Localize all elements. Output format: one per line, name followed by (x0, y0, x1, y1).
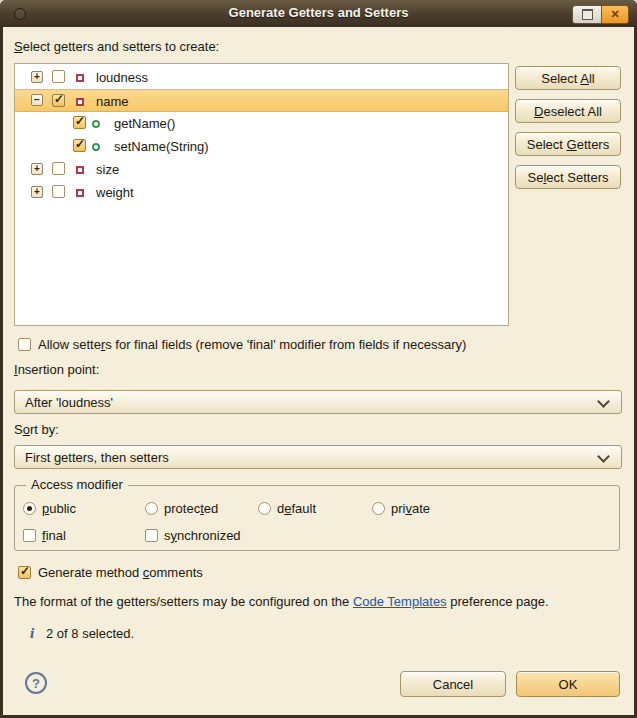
tree-row-size[interactable]: + size (15, 158, 508, 181)
info-icon: i (30, 625, 34, 642)
label-text: ect Setters (546, 170, 608, 185)
insertion-point-label: Insertion point: (14, 362, 99, 377)
checkbox-checked[interactable]: ✓ (52, 94, 65, 107)
button-label: Deselect All (534, 104, 602, 119)
synchronized-label: synchronized (164, 528, 241, 543)
sort-by-label: Sort by: (14, 422, 59, 437)
button-label: Cancel (433, 677, 473, 692)
button-label: Select All (541, 71, 594, 86)
synchronized-checkbox[interactable] (145, 529, 158, 542)
note-text: The format of the getters/setters may be… (14, 594, 353, 609)
label-text: ate (412, 501, 430, 516)
mnemonic: S (14, 39, 23, 54)
sort-by-combo[interactable]: First getters, then setters (14, 445, 622, 469)
tree-item-label: weight (96, 185, 134, 200)
method-icon (92, 120, 100, 128)
label-text: nchronized (177, 528, 241, 543)
select-all-button[interactable]: Select All (515, 66, 621, 90)
maximize-icon (582, 9, 593, 20)
combo-value: First getters, then setters (25, 450, 169, 465)
field-icon (76, 74, 84, 82)
tree-item-label: getName() (114, 116, 175, 131)
close-icon: ✕ (610, 8, 619, 21)
tree-row-name[interactable]: − ✓ name (15, 89, 508, 112)
cancel-button[interactable]: Cancel (400, 671, 506, 697)
chevron-down-icon (597, 395, 610, 408)
radio-public[interactable] (23, 502, 36, 515)
expand-icon[interactable]: + (31, 163, 43, 175)
tree-row-weight[interactable]: + weight (15, 181, 508, 204)
label-text: protec (164, 501, 200, 516)
radio-protected[interactable] (145, 502, 158, 515)
label-text: Generate method (38, 565, 143, 580)
access-modifier-group (14, 485, 620, 551)
mnemonic: o (23, 422, 30, 437)
private-label: private (391, 501, 430, 516)
check-icon: ✓ (75, 137, 85, 151)
deselect-all-button[interactable]: Deselect All (515, 99, 621, 123)
label-text: nsertion point: (18, 362, 100, 377)
tree-item-label: size (96, 162, 119, 177)
label-text: Se (528, 170, 544, 185)
label-text: Allow sette (38, 337, 101, 352)
insertion-point-combo[interactable]: After 'loudness' (14, 390, 622, 414)
tree-row-setname[interactable]: ✓ setName(String) (15, 135, 508, 158)
final-label: final (42, 528, 66, 543)
checkbox-checked[interactable]: ✓ (73, 139, 86, 152)
button-label: OK (559, 677, 578, 692)
label-text: Select (541, 71, 580, 86)
field-icon (76, 166, 84, 174)
checkbox[interactable] (52, 162, 65, 175)
select-setters-button[interactable]: Select Setters (515, 165, 621, 189)
label-text: etters (577, 137, 610, 152)
label-text: ublic (49, 501, 76, 516)
help-icon: ? (32, 676, 40, 691)
label-text: s for final fields (remove 'final' modif… (105, 337, 466, 352)
radio-default[interactable] (258, 502, 271, 515)
check-icon: ✓ (54, 92, 64, 106)
mnemonic: A (580, 71, 589, 86)
mnemonic: D (534, 104, 543, 119)
tree-item-label: setName(String) (114, 139, 209, 154)
expand-icon[interactable]: + (31, 186, 43, 198)
label-text: rt by: (30, 422, 59, 437)
select-tree-label: Select getters and setters to create: (14, 39, 219, 54)
button-label: Select Setters (528, 170, 609, 185)
label-text: ll (589, 71, 595, 86)
label-text: elect getters and setters to create: (23, 39, 220, 54)
default-label: default (277, 501, 316, 516)
close-button[interactable]: ✕ (601, 5, 629, 24)
code-templates-link[interactable]: Code Templates (353, 594, 447, 609)
radio-private[interactable] (372, 502, 385, 515)
label-text: inal (46, 528, 66, 543)
checkbox-checked[interactable]: ✓ (73, 116, 86, 129)
ok-button[interactable]: OK (516, 671, 620, 697)
maximize-button[interactable] (572, 5, 601, 24)
allow-setters-checkbox[interactable] (18, 338, 31, 351)
titlebar: Generate Getters and Setters ✕ (0, 0, 637, 27)
checkbox[interactable] (52, 70, 65, 83)
dialog-title: Generate Getters and Setters (0, 5, 637, 20)
final-checkbox[interactable] (23, 529, 36, 542)
checkbox[interactable] (52, 185, 65, 198)
field-icon (76, 98, 84, 106)
collapse-icon[interactable]: − (31, 94, 43, 106)
generate-getters-setters-dialog: Generate Getters and Setters ✕ Select ge… (0, 0, 637, 718)
combo-value: After 'loudness' (25, 395, 113, 410)
label-text: S (14, 422, 23, 437)
chevron-down-icon (597, 450, 610, 463)
label-text: pri (391, 501, 405, 516)
select-getters-button[interactable]: Select Getters (515, 132, 621, 156)
generate-comments-label: Generate method comments (38, 565, 203, 580)
label-text: ed (204, 501, 218, 516)
tree-item-label: loudness (96, 70, 148, 85)
window-controls: ✕ (572, 5, 629, 24)
expand-icon[interactable]: + (31, 71, 43, 83)
tree-row-getname[interactable]: ✓ getName() (15, 112, 508, 135)
method-icon (92, 143, 100, 151)
check-icon: ✓ (75, 114, 85, 128)
help-button[interactable]: ? (25, 672, 47, 694)
label-text: omments (149, 565, 202, 580)
generate-comments-checkbox[interactable]: ✓ (18, 566, 31, 579)
tree-row-loudness[interactable]: + loudness (15, 66, 508, 89)
